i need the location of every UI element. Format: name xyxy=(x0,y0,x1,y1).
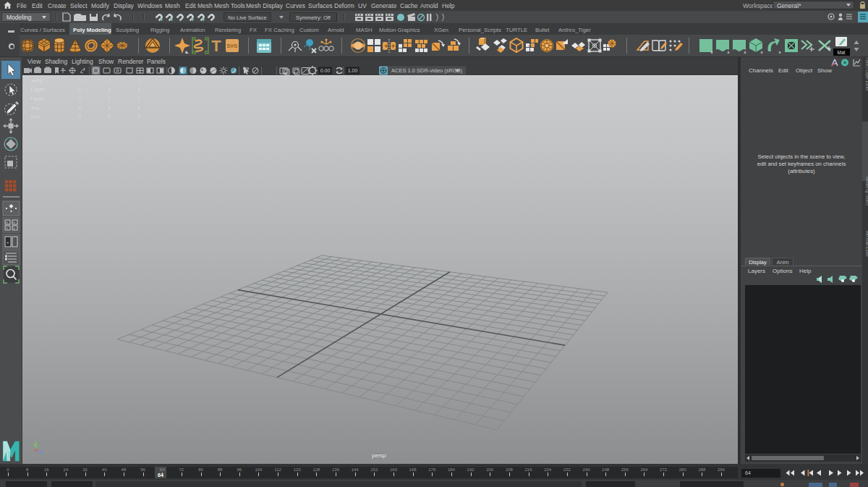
svg-text:x: x xyxy=(711,50,713,54)
svg-text:Attribute Editor: Attribute Editor xyxy=(865,231,868,258)
svg-text:SVG: SVG xyxy=(227,43,238,48)
svg-text:Modeling Toolkit: Modeling Toolkit xyxy=(865,177,868,206)
svg-text:Mat: Mat xyxy=(838,50,846,55)
svg-text:x: x xyxy=(779,50,781,54)
svg-text:0.00: 0.00 xyxy=(320,68,331,73)
svg-text:y: y xyxy=(34,442,36,446)
svg-text:+: + xyxy=(6,220,8,224)
svg-text:x: x xyxy=(744,50,746,54)
svg-text:+: + xyxy=(7,240,9,245)
svg-text:+: + xyxy=(6,226,8,230)
svg-text:x: x xyxy=(728,50,730,54)
svg-text:ACES 1.0 SDR-video (sRGB): ACES 1.0 SDR-video (sRGB) xyxy=(391,67,463,74)
svg-text:+: + xyxy=(13,220,15,224)
svg-text:1.00: 1.00 xyxy=(348,68,358,73)
svg-text:Channel Box / Layer Editor: Channel Box / Layer Editor xyxy=(865,57,868,91)
svg-text:+: + xyxy=(13,226,15,230)
svg-text:T: T xyxy=(211,37,221,55)
svg-text:x: x xyxy=(761,50,763,54)
